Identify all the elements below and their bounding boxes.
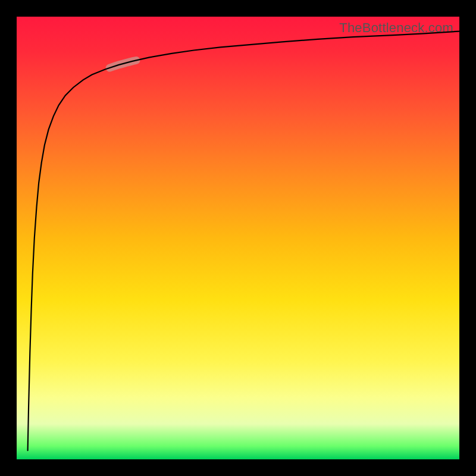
bottleneck-curve — [28, 32, 459, 451]
chart-frame: TheBottleneck.com — [0, 0, 476, 476]
curve-layer — [17, 17, 459, 459]
plot-area: TheBottleneck.com — [17, 17, 459, 459]
